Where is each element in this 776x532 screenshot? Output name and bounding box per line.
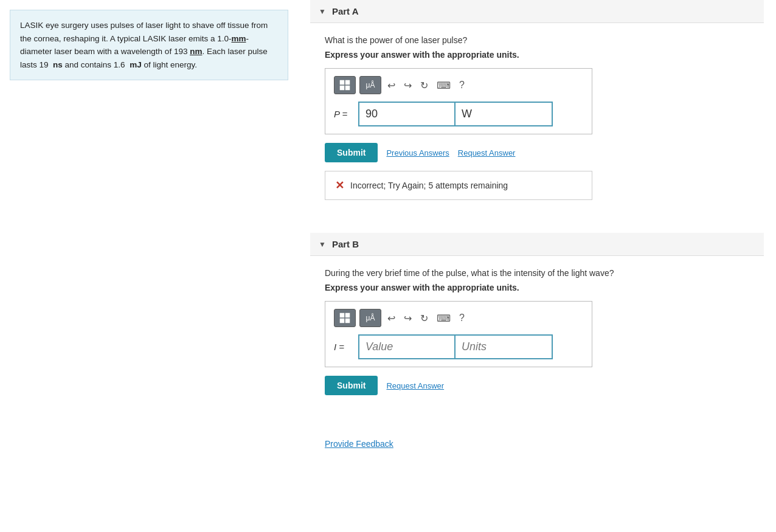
part-b-unit-btn[interactable]: μÅ: [359, 309, 381, 327]
part-b-value-input[interactable]: [358, 334, 456, 359]
part-b-chevron[interactable]: ▼: [319, 240, 326, 249]
part-b-redo-btn[interactable]: ↪: [401, 311, 414, 325]
error-icon: ✕: [335, 179, 344, 192]
part-a-unit-btn[interactable]: μÅ: [359, 76, 381, 94]
part-b-content: During the very brief time of the pulse,…: [310, 256, 764, 416]
svg-rect-2: [340, 86, 344, 90]
problem-text: LASIK eye surgery uses pulses of laser l…: [10, 10, 288, 80]
svg-rect-4: [340, 313, 344, 317]
grid-icon-b: [339, 312, 351, 324]
part-b-units-input[interactable]: [456, 334, 553, 359]
part-a-answer-box: μÅ ↩ ↪ ↻ ⌨ ? P =: [325, 68, 592, 134]
part-b-section: ▼ Part B During the very brief time of t…: [310, 233, 764, 416]
part-b-instruction: Express your answer with the appropriate…: [325, 283, 749, 292]
part-a-submit-btn[interactable]: Submit: [325, 143, 378, 162]
part-a-chevron[interactable]: ▼: [319, 7, 326, 16]
part-a-question: What is the power of one laser pulse?: [325, 35, 749, 45]
svg-rect-7: [345, 319, 350, 323]
grid-icon: [339, 79, 351, 91]
part-a-content: What is the power of one laser pulse? Ex…: [310, 23, 764, 218]
part-b-submit-btn[interactable]: Submit: [325, 376, 378, 395]
mu-icon-b: μÅ: [366, 314, 375, 322]
part-b-action-row: Submit Request Answer: [325, 376, 749, 395]
svg-rect-6: [340, 319, 344, 323]
part-a-previous-answers-btn[interactable]: Previous Answers: [386, 148, 449, 157]
part-a-undo-btn[interactable]: ↩: [385, 78, 398, 92]
part-a-toolbar: μÅ ↩ ↪ ↻ ⌨ ?: [334, 76, 583, 94]
part-b-undo-btn[interactable]: ↩: [385, 311, 398, 325]
part-b-question: During the very brief time of the pulse,…: [325, 268, 749, 278]
svg-rect-0: [340, 80, 344, 85]
part-a-request-answer-btn[interactable]: Request Answer: [458, 148, 516, 157]
svg-rect-3: [345, 86, 350, 90]
part-b-answer-box: μÅ ↩ ↪ ↻ ⌨ ? I =: [325, 301, 592, 367]
svg-rect-5: [345, 313, 350, 317]
unit-nm: nm: [190, 47, 202, 56]
part-b-request-answer-btn[interactable]: Request Answer: [386, 381, 444, 390]
part-a-redo-btn[interactable]: ↪: [401, 78, 414, 92]
part-a-title: Part A: [332, 6, 359, 16]
part-b-input-row: I =: [334, 334, 583, 359]
right-panel: ▼ Part A What is the power of one laser …: [298, 0, 776, 532]
part-b-title: Part B: [332, 239, 359, 249]
feedback-link[interactable]: Provide Feedback: [325, 439, 393, 449]
part-a-refresh-btn[interactable]: ↻: [418, 78, 431, 92]
part-a-header: ▼ Part A: [310, 0, 764, 23]
part-a-section: ▼ Part A What is the power of one laser …: [310, 0, 764, 218]
svg-rect-1: [345, 80, 350, 85]
part-a-instruction: Express your answer with the appropriate…: [325, 50, 749, 60]
left-panel: LASIK eye surgery uses pulses of laser l…: [0, 0, 298, 532]
part-a-input-label: P =: [334, 109, 353, 119]
unit-mm: mm: [231, 34, 246, 43]
part-a-error-text: Incorrect; Try Again; 5 attempts remaini…: [350, 181, 508, 190]
part-a-help-btn[interactable]: ?: [457, 78, 467, 92]
part-a-keyboard-btn[interactable]: ⌨: [434, 78, 453, 92]
part-a-input-row: P =: [334, 102, 583, 126]
part-b-help-btn[interactable]: ?: [457, 311, 467, 325]
part-b-header: ▼ Part B: [310, 233, 764, 256]
part-b-toolbar: μÅ ↩ ↪ ↻ ⌨ ?: [334, 309, 583, 327]
part-b-refresh-btn[interactable]: ↻: [418, 311, 431, 325]
unit-mj: mJ: [130, 60, 142, 69]
part-a-value-input[interactable]: [358, 102, 456, 126]
problem-text-content: LASIK eye surgery uses pulses of laser l…: [20, 21, 268, 69]
part-b-keyboard-btn[interactable]: ⌨: [434, 311, 453, 325]
part-a-units-input[interactable]: [456, 102, 553, 126]
part-a-error-msg: ✕ Incorrect; Try Again; 5 attempts remai…: [325, 171, 592, 200]
part-b-grid-btn[interactable]: [334, 309, 356, 327]
feedback-section: Provide Feedback: [310, 430, 764, 457]
part-a-grid-btn[interactable]: [334, 76, 356, 94]
part-b-input-label: I =: [334, 342, 353, 352]
unit-ns: ns: [53, 60, 63, 69]
part-a-action-row: Submit Previous Answers Request Answer: [325, 143, 749, 162]
mu-icon: μÅ: [366, 81, 375, 89]
